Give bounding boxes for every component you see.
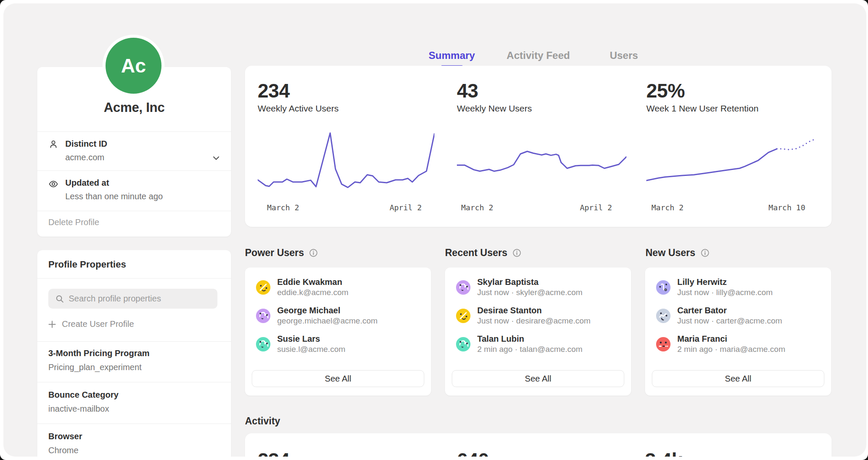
tab-users[interactable]: Users bbox=[610, 50, 638, 61]
create-user-profile-button[interactable]: Create User Profile bbox=[48, 319, 134, 329]
activity-stat-value: 640 bbox=[457, 449, 489, 457]
user-avatar bbox=[256, 280, 270, 295]
list-item[interactable]: Skylar Baptista Just now · skyler@acme.c… bbox=[456, 273, 623, 301]
property-label[interactable]: 3-Month Pricing Program bbox=[48, 348, 150, 358]
divider bbox=[37, 278, 231, 279]
search-box bbox=[48, 289, 217, 309]
user-name: Skylar Baptista bbox=[477, 277, 582, 287]
list-item[interactable]: Lilly Herwitz Just now · lilly@acme.com bbox=[656, 273, 823, 301]
recent-users-title: Recent Users bbox=[445, 247, 507, 259]
weekly-new-users-sparkline bbox=[457, 125, 626, 197]
user-name: George Michael bbox=[277, 306, 378, 315]
list-item[interactable]: Maria Franci 2 min ago · maria@acme.com bbox=[656, 330, 823, 358]
weekly-new-users-value: 43 bbox=[457, 79, 478, 102]
avatar-face-zipper-icon bbox=[656, 337, 670, 351]
divider bbox=[37, 211, 231, 211]
user-name: Eddie Kwakman bbox=[277, 277, 348, 287]
avatar-face-wink-icon bbox=[256, 280, 270, 295]
x-tick: April 2 bbox=[580, 203, 612, 212]
see-all-button[interactable]: See All bbox=[652, 370, 824, 387]
user-avatar bbox=[456, 337, 470, 351]
power-users-heading: Power Users bbox=[245, 247, 317, 259]
avatar-face-squiggle-icon bbox=[456, 337, 470, 351]
x-tick: March 2 bbox=[461, 203, 493, 212]
retention-label: Week 1 New User Retention bbox=[646, 103, 759, 114]
user-detail: susie.l@acme.com bbox=[277, 345, 345, 354]
list-item[interactable]: Desirae Stanton Just now · desirare@acme… bbox=[456, 301, 623, 330]
property-value: inactive-mailbox bbox=[48, 404, 109, 414]
list-item[interactable]: Eddie Kwakman eddie.k@acme.com bbox=[256, 273, 423, 301]
info-icon[interactable] bbox=[513, 249, 521, 257]
divider bbox=[37, 382, 231, 382]
x-tick: March 2 bbox=[267, 203, 299, 212]
plus-icon bbox=[48, 321, 56, 328]
recent-users-card: Skylar Baptista Just now · skyler@acme.c… bbox=[445, 268, 631, 396]
user-avatar bbox=[656, 337, 670, 351]
distinct-id-label: Distinct ID bbox=[65, 139, 107, 149]
user-detail: Just now · desirare@acme.com bbox=[477, 316, 590, 326]
see-all-button[interactable]: See All bbox=[252, 370, 424, 387]
summary-stats-card: 234 Weekly Active Users March 2 April 2 … bbox=[245, 66, 832, 227]
property-value: Chrome bbox=[48, 446, 78, 455]
user-detail: eddie.k@acme.com bbox=[277, 288, 348, 297]
user-name: Susie Lars bbox=[277, 334, 345, 344]
property-value: Pricing_plan_experiment bbox=[48, 362, 142, 372]
divider bbox=[37, 341, 231, 342]
user-avatar bbox=[456, 280, 470, 295]
tab-activity-feed-label: Activity Feed bbox=[506, 50, 570, 61]
property-label[interactable]: Bounce Category bbox=[48, 390, 119, 400]
person-icon bbox=[48, 139, 58, 149]
user-avatar bbox=[256, 337, 270, 351]
user-detail: george.michael@acme.com bbox=[277, 316, 378, 326]
user-name: Maria Franci bbox=[677, 334, 785, 344]
tab-users-label: Users bbox=[610, 50, 638, 61]
tab-summary-label: Summary bbox=[428, 50, 475, 61]
divider bbox=[37, 424, 231, 424]
user-avatar bbox=[656, 280, 670, 295]
avatar-face-scurve-icon bbox=[656, 280, 670, 295]
retention-sparkline bbox=[646, 125, 816, 197]
company-avatar: Ac bbox=[106, 38, 161, 94]
tab-summary[interactable]: Summary bbox=[428, 50, 475, 68]
info-icon[interactable] bbox=[309, 249, 317, 257]
list-item[interactable]: Carter Bator Just now · carter@acme.com bbox=[656, 301, 823, 330]
x-tick: March 2 bbox=[651, 203, 684, 212]
avatar-face-zigzag-icon bbox=[656, 309, 670, 323]
profile-properties-card: Profile Properties Create User Profile 3… bbox=[37, 250, 231, 457]
create-user-profile-label: Create User Profile bbox=[62, 319, 134, 329]
see-all-button[interactable]: See All bbox=[452, 370, 624, 387]
user-name: Desirae Stanton bbox=[477, 306, 590, 315]
recent-users-heading: Recent Users bbox=[445, 247, 521, 259]
distinct-id-value: acme.com bbox=[65, 153, 104, 162]
list-item[interactable]: George Michael george.michael@acme.com bbox=[256, 301, 423, 330]
profile-properties-title: Profile Properties bbox=[48, 259, 126, 270]
user-name: Talan Lubin bbox=[477, 334, 582, 344]
chevron-down-icon[interactable] bbox=[211, 153, 221, 163]
weekly-active-users-value: 234 bbox=[258, 79, 289, 102]
activity-stat-value: 3.4k bbox=[645, 449, 682, 457]
x-tick: April 2 bbox=[389, 203, 422, 212]
weekly-new-users-label: Weekly New Users bbox=[457, 103, 532, 114]
activity-stat-value: 234 bbox=[258, 449, 289, 457]
app-window: Ac Acme, Inc Distinct ID acme.com Update… bbox=[3, 3, 866, 457]
info-icon[interactable] bbox=[701, 249, 709, 257]
user-detail: Just now · skyler@acme.com bbox=[477, 288, 582, 297]
tab-activity-feed[interactable]: Activity Feed bbox=[506, 50, 570, 61]
updated-at-label: Updated at bbox=[65, 178, 109, 188]
avatar-face-squiggle-icon bbox=[456, 280, 470, 295]
avatar-face-squiggle-icon bbox=[256, 309, 270, 323]
property-label[interactable]: Browser bbox=[48, 432, 82, 441]
delete-profile-button[interactable]: Delete Profile bbox=[48, 217, 99, 227]
new-users-title: New Users bbox=[645, 247, 696, 259]
user-detail: Just now · lilly@acme.com bbox=[677, 288, 773, 297]
user-name: Carter Bator bbox=[677, 306, 782, 315]
divider bbox=[37, 170, 231, 171]
user-detail: 2 min ago · talan@acme.com bbox=[477, 345, 582, 354]
list-item[interactable]: Talan Lubin 2 min ago · talan@acme.com bbox=[456, 330, 623, 358]
weekly-active-users-label: Weekly Active Users bbox=[258, 103, 339, 114]
new-users-heading: New Users bbox=[645, 247, 709, 259]
search-profile-properties-input[interactable] bbox=[69, 294, 204, 304]
user-name: Lilly Herwitz bbox=[677, 277, 773, 287]
eye-icon bbox=[48, 179, 58, 189]
list-item[interactable]: Susie Lars susie.l@acme.com bbox=[256, 330, 423, 358]
